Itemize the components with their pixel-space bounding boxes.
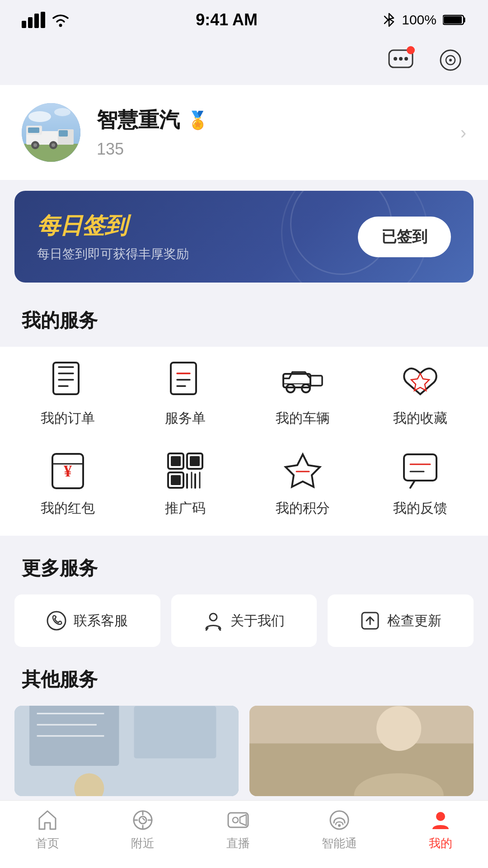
svg-point-80 xyxy=(233,817,238,823)
check-update-label: 检查更新 xyxy=(387,612,441,630)
order-icon xyxy=(47,360,88,401)
profile-name: 智慧重汽 xyxy=(97,106,180,134)
svg-point-83 xyxy=(436,812,445,821)
svg-point-8 xyxy=(394,57,397,61)
more-service-customer[interactable]: 联系客服 xyxy=(14,594,160,647)
svg-rect-2 xyxy=(34,14,39,28)
svg-line-78 xyxy=(143,818,145,820)
avatar[interactable] xyxy=(22,103,80,162)
service-item-redpacket[interactable]: ¥ 我的红包 xyxy=(23,450,113,518)
other-card-1-image xyxy=(14,706,239,796)
live-nav-icon xyxy=(226,808,250,832)
service-item-favorite[interactable]: 我的收藏 xyxy=(375,360,465,428)
feedback-icon xyxy=(400,450,441,491)
other-services-title: 其他服务 xyxy=(0,658,488,706)
service-item-promo-code[interactable]: 推广码 xyxy=(140,450,230,518)
battery-percent: 100% xyxy=(402,12,436,28)
svg-rect-32 xyxy=(171,363,196,394)
nav-label-mine: 我的 xyxy=(429,835,452,851)
more-services-grid: 联系客服 关于我们 检查更新 xyxy=(0,594,488,647)
status-time: 9:41 AM xyxy=(196,10,258,29)
checkin-banner[interactable]: 每日签到 每日签到即可获得丰厚奖励 已签到 xyxy=(14,191,474,283)
svg-point-71 xyxy=(376,706,421,751)
service-label-service-order: 服务单 xyxy=(165,409,206,428)
nav-item-live[interactable]: 直播 xyxy=(226,808,250,851)
svg-point-13 xyxy=(449,59,452,61)
service-item-feedback[interactable]: 我的反馈 xyxy=(375,450,465,518)
service-label-order: 我的订单 xyxy=(41,409,95,428)
wifi-icon xyxy=(51,12,70,28)
service-item-service-order[interactable]: 服务单 xyxy=(140,360,230,428)
svg-rect-0 xyxy=(22,21,26,28)
svg-point-22 xyxy=(33,143,37,147)
profile-info: 智慧重汽 🏅 135 xyxy=(97,106,208,159)
nav-item-nearby[interactable]: 附近 xyxy=(131,808,155,851)
profile-chevron-icon[interactable]: › xyxy=(460,123,466,143)
upload-icon xyxy=(360,611,380,631)
promo-code-icon xyxy=(165,450,206,491)
svg-rect-39 xyxy=(310,376,322,386)
service-item-order[interactable]: 我的订单 xyxy=(23,360,113,428)
checkin-button[interactable]: 已签到 xyxy=(358,217,451,257)
phone-icon xyxy=(47,611,66,631)
nearby-nav-icon xyxy=(131,808,155,832)
service-item-vehicle[interactable]: 我的车辆 xyxy=(258,360,348,428)
more-services-title: 更多服务 xyxy=(0,547,488,594)
svg-rect-45 xyxy=(171,456,181,466)
vehicle-icon xyxy=(282,360,323,401)
profile-left: 智慧重汽 🏅 135 xyxy=(22,103,208,162)
service-label-favorite: 我的收藏 xyxy=(393,409,447,428)
scan-button[interactable] xyxy=(435,44,466,76)
top-actions xyxy=(0,40,488,85)
services-row-1: 我的订单 服务单 xyxy=(9,360,479,428)
svg-point-10 xyxy=(404,57,408,61)
nav-item-home[interactable]: 首页 xyxy=(36,808,59,851)
message-badge xyxy=(407,46,415,54)
service-label-promo-code: 推广码 xyxy=(165,499,206,518)
more-service-about[interactable]: 关于我们 xyxy=(171,594,317,647)
my-services-grid: 我的订单 服务单 xyxy=(0,347,488,536)
service-label-redpacket: 我的红包 xyxy=(41,499,95,518)
other-card-2[interactable] xyxy=(249,706,474,796)
svg-point-73 xyxy=(139,816,146,824)
nav-item-smart[interactable]: 智能通 xyxy=(322,808,357,851)
service-label-points: 我的积分 xyxy=(276,499,330,518)
status-left xyxy=(22,12,70,28)
profile-id: 135 xyxy=(97,140,208,159)
svg-point-24 xyxy=(52,143,55,147)
svg-point-82 xyxy=(338,824,341,827)
person-icon xyxy=(203,611,223,631)
message-button[interactable] xyxy=(385,44,417,76)
nav-label-nearby: 附近 xyxy=(131,835,155,851)
bluetooth-icon xyxy=(383,12,395,28)
smart-nav-icon xyxy=(328,808,351,832)
svg-rect-3 xyxy=(41,12,45,28)
nav-label-live: 直播 xyxy=(226,835,250,851)
more-service-update[interactable]: 检查更新 xyxy=(328,594,474,647)
other-services-cards xyxy=(0,706,488,796)
battery-icon xyxy=(443,14,466,26)
svg-rect-47 xyxy=(190,456,200,466)
other-card-2-image xyxy=(249,706,474,796)
svg-point-15 xyxy=(28,111,51,122)
svg-rect-55 xyxy=(404,454,436,481)
service-item-points[interactable]: 我的积分 xyxy=(258,450,348,518)
svg-rect-1 xyxy=(28,17,33,28)
bottom-nav: 首页 附近 直播 智能通 xyxy=(0,800,488,868)
points-icon xyxy=(282,450,323,491)
svg-point-9 xyxy=(399,57,403,61)
nav-item-mine[interactable]: 我的 xyxy=(429,808,452,851)
service-label-vehicle: 我的车辆 xyxy=(276,409,330,428)
svg-rect-20 xyxy=(28,127,39,133)
other-card-1[interactable] xyxy=(14,706,239,796)
scan-icon xyxy=(437,47,464,74)
checkin-title: 每日签到 xyxy=(37,211,189,241)
redpacket-icon: ¥ xyxy=(47,450,88,491)
svg-rect-26 xyxy=(59,130,68,137)
favorite-icon xyxy=(400,360,441,401)
status-right: 100% xyxy=(383,12,466,28)
svg-point-59 xyxy=(210,613,217,621)
svg-rect-67 xyxy=(134,706,216,759)
checkin-text: 每日签到 每日签到即可获得丰厚奖励 xyxy=(37,211,189,263)
avatar-image xyxy=(22,103,80,162)
